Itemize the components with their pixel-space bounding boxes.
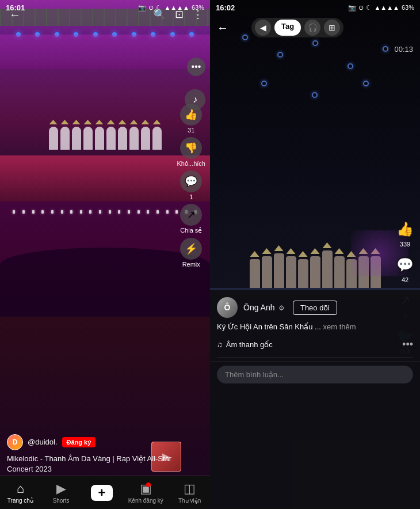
- right-panel: 16:02 📷 ⊙ ☾ ▲▲▲▲ 63% ← ◀ Tag 🎧 ⊞ 00:13 👍…: [210, 0, 420, 509]
- comment-input-row: [210, 362, 420, 387]
- nav-add[interactable]: +: [87, 485, 116, 501]
- status-time-left: 16:01: [6, 3, 25, 12]
- left-panel: 16:01 📷 ⊙ ☾ ▲▲▲▲ 63% ← 🔍 ⊡ ⋮ ••• ♪ 👍 31 …: [0, 0, 210, 509]
- like-button-right[interactable]: 👍 339: [395, 219, 415, 248]
- see-more-link[interactable]: xem thêm: [323, 322, 356, 331]
- header-tab-prev[interactable]: ◀: [255, 20, 271, 36]
- right-actions-left: 👍 31 👎 Khô...hích 💬 1 ↗ Chia sẻ ⚡ Remix: [177, 104, 205, 268]
- tab-tag[interactable]: Tag: [274, 20, 301, 36]
- dislike-button-left[interactable]: 👎 Khô...hích: [177, 137, 205, 167]
- comment-input[interactable]: [217, 366, 413, 383]
- video-timer: 00:13: [394, 45, 413, 54]
- comment-button-left[interactable]: 💬 1: [180, 170, 202, 200]
- music-icon-small: ♫: [217, 340, 223, 349]
- verified-icon: ⚙: [278, 304, 285, 312]
- header-right: ← ◀ Tag 🎧 ⊞: [210, 15, 420, 40]
- status-bar-right: 16:02 📷 ⊙ ☾ ▲▲▲▲ 63%: [210, 0, 420, 15]
- bottom-panel-right: Ô Ông Anh ⚙ Theo dõi Ký Ức Hội An trên S…: [210, 290, 420, 509]
- header-tabs: ◀ Tag 🎧 ⊞: [251, 18, 343, 37]
- subscribe-button[interactable]: Đăng ký: [62, 437, 96, 447]
- status-time-right: 16:02: [216, 3, 235, 12]
- nav-home[interactable]: ⌂ Trang chủ: [6, 481, 35, 504]
- video-more-button[interactable]: •••: [187, 58, 205, 76]
- channel-name-left: @duidol.: [28, 438, 58, 446]
- status-icons-left: 📷 ⊙ ☾ ▲▲▲▲ 63%: [138, 4, 204, 12]
- video-info-left: D @duidol. Đăng ký Mikelodic - Thanh Âm …: [0, 434, 181, 474]
- status-bar-left: 16:01 📷 ⊙ ☾ ▲▲▲▲ 63%: [0, 0, 210, 15]
- nav-library[interactable]: ◫ Thư viện: [175, 481, 204, 504]
- follow-button[interactable]: Theo dõi: [293, 301, 337, 315]
- video-title-left: Mikelodic - Thanh Âm Da Vàng | Rap Việt …: [7, 454, 174, 474]
- channel-row-left: D @duidol. Đăng ký: [7, 434, 174, 450]
- channel-details-right: Ông Anh ⚙: [243, 302, 285, 313]
- sound-row: ♫ Âm thanh gốc •••: [210, 336, 420, 355]
- share-button-left[interactable]: ↗ Chia sẻ: [180, 204, 202, 234]
- avatar-left: D: [7, 434, 23, 450]
- sound-name: Âm thanh gốc: [226, 340, 273, 349]
- divider: [217, 358, 413, 358]
- nav-shorts[interactable]: ▶ Shorts: [47, 481, 75, 504]
- video-description-right: Ký Ức Hội An trên Sân Khấu ... xem thêm: [210, 321, 420, 336]
- back-button-right[interactable]: ←: [215, 19, 231, 37]
- nav-subscriptions[interactable]: ▣ Kênh đăng ký: [128, 481, 163, 504]
- video-background-right: [210, 0, 420, 299]
- header-tab-audio[interactable]: 🎧: [304, 20, 320, 36]
- avatar-right: Ô: [217, 297, 238, 318]
- status-icons-right: 📷 ⊙ ☾ ▲▲▲▲ 63%: [348, 4, 414, 12]
- channel-info-right: Ô Ông Anh ⚙ Theo dõi: [210, 290, 420, 321]
- like-button-left[interactable]: 👍 31: [180, 104, 202, 134]
- header-tab-grid[interactable]: ⊞: [324, 20, 340, 36]
- more-options-sound[interactable]: •••: [402, 339, 413, 351]
- remix-button-left[interactable]: ⚡ Remix: [180, 238, 202, 268]
- comment-button-right[interactable]: 💬 42: [395, 254, 415, 283]
- bottom-navigation-left: ⌂ Trang chủ ▶ Shorts + ▣ Kênh đăng ký ◫ …: [0, 476, 210, 509]
